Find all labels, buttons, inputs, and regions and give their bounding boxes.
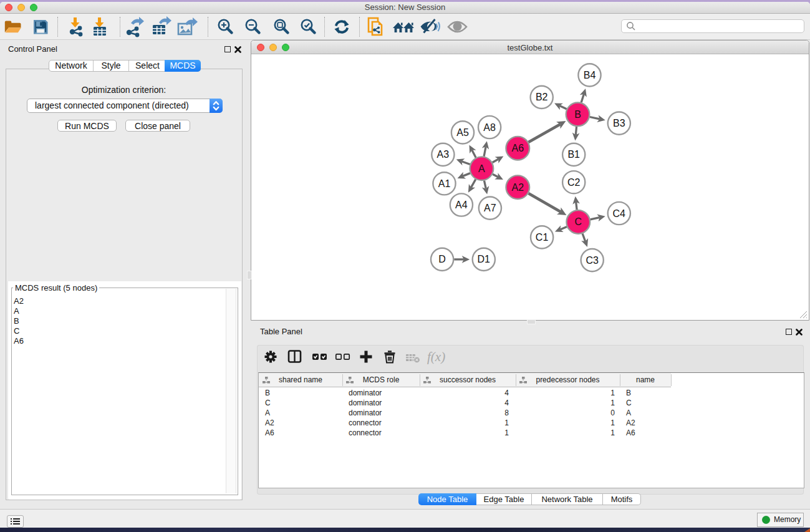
svg-text:A2: A2 — [512, 182, 524, 193]
svg-text:A8: A8 — [483, 122, 496, 133]
svg-text:D1: D1 — [478, 254, 491, 264]
svg-text:C3: C3 — [586, 255, 599, 266]
svg-text:B2: B2 — [536, 92, 548, 102]
svg-text:B1: B1 — [567, 149, 580, 160]
svg-text:D: D — [438, 254, 446, 264]
svg-text:C: C — [575, 216, 582, 227]
svg-text:A: A — [478, 163, 485, 174]
svg-text:A4: A4 — [455, 200, 468, 210]
svg-text:C4: C4 — [613, 208, 626, 219]
svg-text:A1: A1 — [438, 178, 451, 189]
svg-text:A6: A6 — [512, 143, 524, 153]
svg-text:B3: B3 — [613, 118, 625, 128]
svg-text:B: B — [574, 109, 581, 120]
svg-text:B4: B4 — [584, 70, 596, 80]
svg-text:C2: C2 — [567, 177, 581, 188]
svg-text:A7: A7 — [484, 203, 496, 213]
svg-text:C1: C1 — [536, 232, 549, 243]
svg-text:A5: A5 — [456, 127, 469, 138]
svg-text:A3: A3 — [437, 149, 450, 160]
